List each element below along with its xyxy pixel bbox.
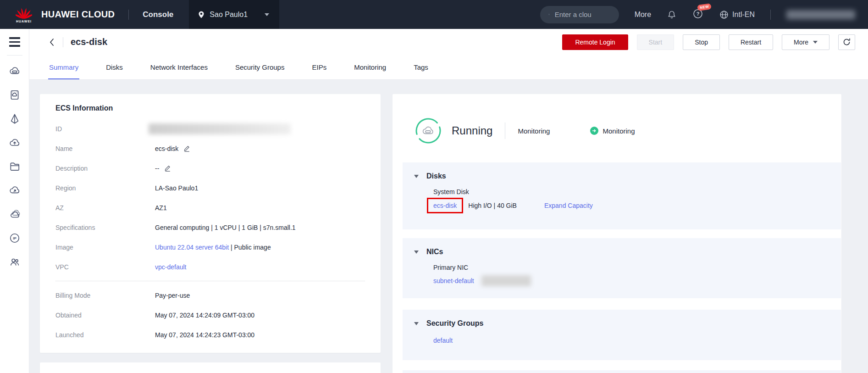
annotation-box: ecs-disk	[427, 198, 463, 213]
launched-value: May 07, 2024 14:24:23 GMT-03:00	[155, 331, 254, 339]
main-content: ecs-disk Remote Login Start Stop Restart…	[29, 29, 868, 373]
info-row-image: Image Ubuntu 22.04 server 64bit | Public…	[55, 237, 365, 257]
collapse-triangle-icon	[414, 175, 419, 178]
disks-section: Disks System Disk ecs-disk High I/O | 40…	[403, 162, 841, 229]
nics-section: NICs Primary NIC subnet-default	[403, 238, 841, 298]
disk-name-link[interactable]: ecs-disk	[433, 202, 457, 209]
tab-eips[interactable]: EIPs	[311, 63, 327, 79]
back-chevron-icon	[48, 38, 55, 47]
expand-capacity-link[interactable]: Expand Capacity	[544, 202, 593, 209]
billing-mode-value: Pay-per-use	[155, 292, 190, 299]
redacted-ip-value	[481, 275, 531, 286]
status-text: Running	[452, 124, 492, 137]
nav-divider	[128, 10, 129, 20]
security-groups-section: Security Groups default	[403, 310, 841, 360]
disk-icon	[9, 89, 21, 101]
sidebar-item-iam[interactable]	[0, 250, 29, 274]
locale-switcher[interactable]: Intl-EN	[719, 10, 755, 20]
chevron-down-icon	[813, 41, 818, 44]
info-row-region: Region LA-Sao Paulo1	[55, 178, 365, 198]
logo-word: HUAWEI	[16, 20, 32, 23]
prism-icon	[9, 113, 21, 125]
redacted-username[interactable]	[786, 10, 855, 19]
title-divider	[63, 37, 63, 47]
tab-tags[interactable]: Tags	[413, 63, 429, 79]
sidebar-item-backup[interactable]	[0, 178, 29, 202]
dotted-divider	[55, 281, 365, 281]
nav-more[interactable]: More	[635, 11, 651, 19]
info-row-vpc: VPC vpc-default	[55, 257, 365, 277]
ecs-information-title: ECS Information	[55, 104, 365, 112]
search-input[interactable]	[554, 10, 611, 19]
info-row-id: ID	[55, 119, 365, 139]
image-link[interactable]: Ubuntu 22.04 server 64bit	[155, 244, 229, 251]
tab-monitoring[interactable]: Monitoring	[353, 63, 387, 79]
console-link[interactable]: Console	[143, 10, 173, 19]
subnet-link[interactable]: subnet-default	[433, 277, 474, 284]
info-row-obtained: Obtained May 07, 2024 14:24:09 GMT-03:00	[55, 305, 365, 325]
stop-button[interactable]: Stop	[683, 34, 720, 50]
locale-label: Intl-EN	[732, 11, 755, 19]
more-button-label: More	[794, 39, 808, 46]
page-header: ecs-disk Remote Login Start Stop Restart…	[29, 29, 868, 55]
folder-icon	[9, 161, 21, 173]
system-disk-row: ecs-disk High I/O | 40 GiB Expand Capaci…	[433, 198, 841, 213]
az-value: AZ1	[155, 204, 167, 212]
remote-login-button[interactable]: Remote Login	[562, 34, 628, 50]
bell-icon	[667, 10, 677, 20]
security-group-link[interactable]: default	[433, 337, 453, 344]
tab-security-groups[interactable]: Security Groups	[234, 63, 286, 79]
tab-summary[interactable]: Summary	[48, 63, 79, 79]
edit-name-button[interactable]	[183, 145, 191, 152]
nics-section-header[interactable]: NICs	[414, 248, 841, 256]
sidebar-item-image[interactable]	[0, 131, 29, 155]
tab-disks[interactable]: Disks	[105, 63, 124, 79]
specifications-value: General computing | 1 vCPU | 1 GiB | s7n…	[155, 224, 296, 231]
name-value: ecs-disk	[155, 145, 178, 152]
pencil-icon	[164, 164, 171, 172]
sidebar-item-vpc[interactable]	[0, 202, 29, 226]
sidebar-divider	[7, 55, 22, 56]
name-label: Name	[55, 145, 155, 152]
refresh-icon	[842, 38, 851, 46]
monitoring-link-label: Monitoring	[603, 127, 635, 135]
security-groups-section-header[interactable]: Security Groups	[414, 319, 841, 328]
redacted-id-value	[149, 123, 291, 134]
next-section-partial	[403, 370, 841, 373]
server-status-card: Running Monitoring Monitoring Disks	[393, 94, 841, 373]
region-label: Region	[55, 184, 155, 192]
running-status-icon	[415, 117, 442, 144]
sidebar-item-storage[interactable]	[0, 155, 29, 178]
help-button[interactable]: ? NEW	[692, 8, 703, 21]
more-button[interactable]: More	[782, 34, 829, 50]
secondary-card	[40, 362, 381, 373]
sidebar-item-prism[interactable]	[0, 107, 29, 131]
edit-description-button[interactable]	[164, 164, 171, 172]
region-selector[interactable]: Sao Paulo1	[189, 0, 279, 29]
notifications-bell[interactable]	[667, 10, 677, 20]
global-search[interactable]	[540, 6, 619, 23]
refresh-button[interactable]	[838, 34, 855, 50]
start-button[interactable]: Start	[637, 34, 674, 50]
restart-button[interactable]: Restart	[729, 34, 773, 50]
sidebar-item-eip[interactable]: IP	[0, 226, 29, 250]
tab-network-interfaces[interactable]: Network Interfaces	[149, 63, 209, 79]
monitoring-link[interactable]: Monitoring	[590, 127, 635, 135]
disks-section-header[interactable]: Disks	[414, 172, 841, 180]
user-group-icon	[9, 256, 21, 268]
az-label: AZ	[55, 204, 155, 212]
clouds-icon	[9, 208, 21, 220]
ecs-information-card: ECS Information ID Name ecs-disk Des	[40, 94, 381, 353]
description-label: Description	[55, 165, 155, 172]
vpc-link[interactable]: vpc-default	[155, 263, 186, 271]
back-button[interactable]	[48, 38, 55, 47]
disks-title: Disks	[426, 172, 446, 180]
hamburger-menu-icon[interactable]	[7, 35, 22, 49]
sidebar-item-disk[interactable]	[0, 83, 29, 107]
page-title: ecs-disk	[71, 37, 107, 47]
description-value: --	[155, 165, 159, 172]
disk-specs: High I/O | 40 GiB	[468, 202, 517, 209]
huawei-logo[interactable]: HUAWEI	[12, 6, 36, 23]
sidebar-item-ecs[interactable]	[0, 59, 29, 83]
specifications-label: Specifications	[55, 224, 155, 231]
